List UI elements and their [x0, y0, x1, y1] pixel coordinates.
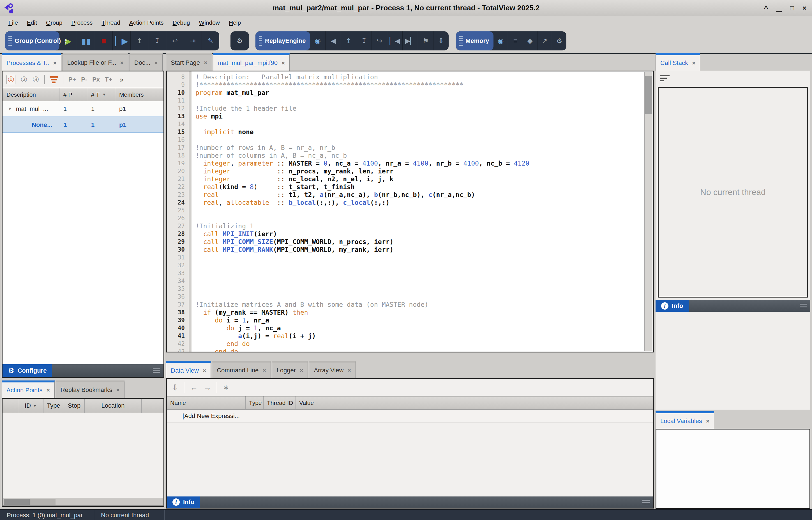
- menu-item-window[interactable]: Window: [199, 19, 220, 26]
- info-button[interactable]: i Info: [167, 496, 200, 508]
- tab-command-line[interactable]: Command Line ×: [212, 361, 271, 378]
- close-icon[interactable]: ×: [692, 60, 695, 67]
- go-live-button[interactable]: ▶▏: [402, 31, 418, 50]
- line-number[interactable]: 43: [167, 348, 185, 352]
- col-num-threads[interactable]: # T ▼: [87, 88, 115, 101]
- menu-item-group[interactable]: Group: [46, 19, 62, 26]
- close-icon[interactable]: ×: [120, 59, 124, 66]
- close-icon[interactable]: ×: [263, 367, 266, 374]
- close-icon[interactable]: ×: [116, 387, 119, 393]
- back-arrow-icon[interactable]: ←: [190, 383, 198, 392]
- leak-droplet-icon[interactable]: ◆: [523, 31, 537, 50]
- line-number[interactable]: 28: [167, 230, 185, 238]
- expander-icon[interactable]: ▼: [7, 106, 12, 111]
- line-number[interactable]: 13: [167, 112, 185, 120]
- close-icon[interactable]: ×: [46, 387, 50, 394]
- tab-lookup-file[interactable]: Lookup File or F... ×: [63, 53, 128, 71]
- step-out-button[interactable]: ↥: [130, 31, 148, 50]
- line-number[interactable]: 19: [167, 159, 185, 167]
- col-name[interactable]: Name: [167, 396, 246, 409]
- overflow-chevron-icon[interactable]: »: [119, 75, 123, 84]
- save-bookmark-button[interactable]: ⇩: [433, 31, 449, 50]
- line-number[interactable]: 23: [167, 191, 185, 199]
- table-row[interactable]: ▼ mat_mul_... 1 1 p1: [2, 101, 164, 116]
- remove-process-button[interactable]: P-: [81, 76, 87, 83]
- edit-pencil-button[interactable]: ✎: [202, 31, 219, 50]
- close-icon[interactable]: ×: [154, 59, 157, 66]
- line-number[interactable]: 22: [167, 183, 185, 191]
- maximize-icon[interactable]: □: [790, 4, 794, 12]
- close-icon[interactable]: ×: [203, 367, 206, 374]
- local-variables-list[interactable]: [656, 429, 810, 509]
- add-new-expression-row[interactable]: [Add New Expressi...: [167, 410, 653, 423]
- panel-menu-icon[interactable]: [799, 304, 807, 308]
- prev-return-button[interactable]: ↪: [371, 31, 387, 50]
- spinner-icon[interactable]: ▴▾: [65, 38, 67, 44]
- tab-documents[interactable]: Doc... ×: [129, 53, 163, 71]
- focus-selector[interactable]: Group (Control) ▴▾: [5, 31, 59, 50]
- line-number[interactable]: 24: [167, 199, 185, 207]
- bookmark-icon[interactable]: ⚑: [418, 31, 433, 50]
- col-num-processes[interactable]: # P: [59, 88, 87, 101]
- tab-logger[interactable]: Logger ×: [272, 361, 308, 378]
- vertical-scrollbar[interactable]: [644, 72, 653, 351]
- exit-process-button[interactable]: Px: [92, 76, 100, 83]
- line-number[interactable]: 25: [167, 207, 185, 214]
- col-type[interactable]: Type: [246, 396, 264, 409]
- filter-icon[interactable]: [660, 75, 669, 82]
- replay-engine-button[interactable]: ReplayEngine: [255, 31, 310, 50]
- line-number[interactable]: 16: [167, 136, 185, 144]
- menu-item-process[interactable]: Process: [71, 19, 93, 26]
- line-number[interactable]: 37: [167, 301, 185, 309]
- forward-arrow-icon[interactable]: →: [203, 383, 211, 392]
- line-number[interactable]: 40: [167, 324, 185, 332]
- panel-menu-icon[interactable]: [642, 500, 650, 504]
- line-number[interactable]: 9: [167, 81, 185, 89]
- tab-source-file[interactable]: mat_mul_par_mpi.f90 ×: [213, 53, 290, 71]
- close-icon[interactable]: ×: [281, 60, 285, 67]
- line-number[interactable]: 32: [167, 261, 185, 269]
- panel-menu-icon[interactable]: [153, 368, 160, 373]
- menu-item-edit[interactable]: Edit: [27, 19, 37, 26]
- menu-item-debug[interactable]: Debug: [172, 19, 190, 26]
- view-mode-3-button[interactable]: ③: [32, 75, 39, 84]
- line-number[interactable]: 33: [167, 269, 185, 277]
- line-number[interactable]: 10: [167, 89, 185, 97]
- memory-record-icon[interactable]: ◉: [493, 31, 508, 50]
- line-number[interactable]: 42: [167, 340, 185, 348]
- col-description[interactable]: Description: [2, 88, 59, 101]
- line-number[interactable]: 27: [167, 222, 185, 230]
- line-number[interactable]: 17: [167, 144, 185, 152]
- go-button[interactable]: ▶: [59, 31, 77, 50]
- tab-call-stack[interactable]: Call Stack ×: [656, 53, 700, 71]
- line-number[interactable]: 21: [167, 175, 185, 183]
- close-icon[interactable]: ×: [347, 367, 351, 374]
- line-number[interactable]: 15: [167, 128, 185, 136]
- table-row-selected[interactable]: None... 1 1 p1: [2, 116, 164, 133]
- menu-item-thread[interactable]: Thread: [101, 19, 120, 26]
- prev-out-button[interactable]: ↥: [341, 31, 356, 50]
- minimize-icon[interactable]: ▁: [777, 4, 782, 12]
- horizontal-scrollbar[interactable]: [3, 498, 163, 506]
- kill-button[interactable]: ■: [95, 31, 113, 50]
- close-icon[interactable]: ×: [803, 4, 806, 12]
- line-number[interactable]: 34: [167, 277, 185, 285]
- line-number[interactable]: 8: [167, 73, 185, 81]
- col-type[interactable]: Type: [44, 399, 64, 413]
- record-icon[interactable]: ◉: [310, 31, 325, 50]
- tab-action-points[interactable]: Action Points ×: [2, 381, 55, 398]
- tab-start-page[interactable]: Start Page ×: [166, 53, 212, 71]
- freeze-icon[interactable]: ∗: [223, 383, 229, 392]
- line-number[interactable]: 14: [167, 120, 185, 128]
- step-into-button[interactable]: ↧: [148, 31, 166, 50]
- line-number[interactable]: 11: [167, 97, 185, 104]
- memory-button[interactable]: Memory: [456, 31, 493, 50]
- run-to-button[interactable]: ⇥: [183, 31, 201, 50]
- memory-gear-icon[interactable]: ⚙: [552, 31, 566, 50]
- line-number[interactable]: 29: [167, 238, 185, 246]
- col-stop[interactable]: Stop: [64, 399, 85, 413]
- line-number[interactable]: 36: [167, 293, 185, 301]
- line-number[interactable]: 20: [167, 167, 185, 175]
- menu-item-file[interactable]: File: [8, 19, 18, 26]
- tab-processes-threads[interactable]: Processes & T.. ×: [2, 53, 61, 71]
